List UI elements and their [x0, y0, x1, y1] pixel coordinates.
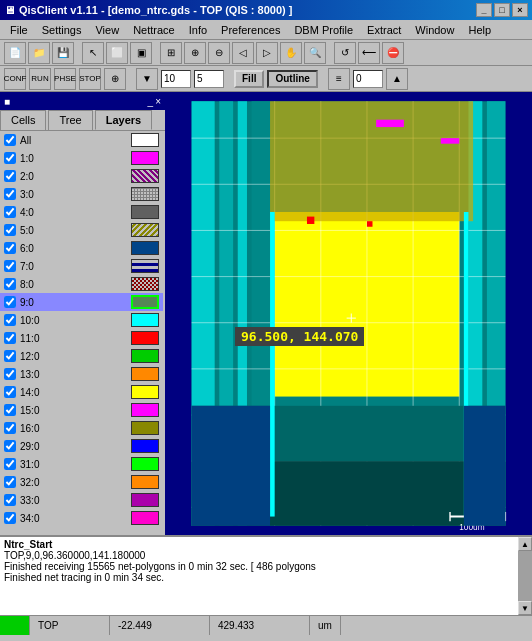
layer-row[interactable]: All [0, 131, 163, 149]
canvas-area[interactable]: 100um 96.500, 144.070 [165, 92, 532, 535]
layer-checkbox[interactable] [4, 296, 16, 308]
layer-checkbox[interactable] [4, 134, 16, 146]
layer-row[interactable]: 29:0 [0, 437, 163, 455]
layer-checkbox[interactable] [4, 350, 16, 362]
tab-cells[interactable]: Cells [0, 110, 46, 130]
layer-row[interactable]: 7:0 [0, 257, 163, 275]
layer-row[interactable]: 14:0 [0, 383, 163, 401]
output-scrollbar[interactable]: ▲ ▼ [518, 537, 532, 615]
layer-color-swatch[interactable] [131, 241, 159, 255]
menu-view[interactable]: View [89, 22, 125, 38]
layer-checkbox[interactable] [4, 422, 16, 434]
layer-checkbox[interactable] [4, 314, 16, 326]
filter-field-1[interactable] [161, 70, 191, 88]
scroll-up-btn[interactable]: ▲ [518, 537, 532, 551]
prev-button[interactable]: ⟵ [358, 42, 380, 64]
layer-row[interactable]: 16:0 [0, 419, 163, 437]
layer-row[interactable]: 12:0 [0, 347, 163, 365]
menu-nettrace[interactable]: Nettrace [127, 22, 181, 38]
open-button[interactable]: 📁 [28, 42, 50, 64]
pan-button[interactable]: ✋ [280, 42, 302, 64]
menu-settings[interactable]: Settings [36, 22, 88, 38]
menu-extract[interactable]: Extract [361, 22, 407, 38]
menu-dbm-profile[interactable]: DBM Profile [288, 22, 359, 38]
layer-color-swatch[interactable] [131, 457, 159, 471]
layer-row[interactable]: 33:0 [0, 491, 163, 509]
zoom-in-button[interactable]: ⊕ [184, 42, 206, 64]
layer-row[interactable]: 6:0 [0, 239, 163, 257]
tab-tree[interactable]: Tree [48, 110, 92, 130]
layer-checkbox[interactable] [4, 170, 16, 182]
save-button[interactable]: 💾 [52, 42, 74, 64]
layer-checkbox[interactable] [4, 440, 16, 452]
menu-preferences[interactable]: Preferences [215, 22, 286, 38]
layer-checkbox[interactable] [4, 278, 16, 290]
run-button[interactable]: RUN [29, 68, 51, 90]
layer-color-swatch[interactable] [131, 367, 159, 381]
layer-checkbox[interactable] [4, 476, 16, 488]
layer-row[interactable]: 11:0 [0, 329, 163, 347]
layer-color-swatch[interactable] [131, 349, 159, 363]
layer-color-swatch[interactable] [131, 151, 159, 165]
zoom-out-button[interactable]: ⊖ [208, 42, 230, 64]
layer-color-swatch[interactable] [131, 277, 159, 291]
phase-button[interactable]: PHSE [54, 68, 76, 90]
layer-checkbox[interactable] [4, 512, 16, 524]
menu-file[interactable]: File [4, 22, 34, 38]
layer-row[interactable]: 8:0 [0, 275, 163, 293]
layer-color-swatch[interactable] [131, 205, 159, 219]
layer-color-swatch[interactable] [131, 313, 159, 327]
layer-checkbox[interactable] [4, 368, 16, 380]
tab-layers[interactable]: Layers [95, 110, 152, 130]
layer-checkbox[interactable] [4, 332, 16, 344]
layer-checkbox[interactable] [4, 206, 16, 218]
zoom-window-button[interactable]: 🔍 [304, 42, 326, 64]
layer-row[interactable]: 1:0 [0, 149, 163, 167]
layer-row[interactable]: 10:0 [0, 311, 163, 329]
field-3[interactable] [353, 70, 383, 88]
layer-checkbox[interactable] [4, 386, 16, 398]
layer-color-swatch[interactable] [131, 475, 159, 489]
filter-field-2[interactable] [194, 70, 224, 88]
increment-button[interactable]: ▲ [386, 68, 408, 90]
menu-window[interactable]: Window [409, 22, 460, 38]
layer-color-swatch[interactable] [131, 187, 159, 201]
layer-checkbox[interactable] [4, 224, 16, 236]
stop2-button[interactable]: STOP [79, 68, 101, 90]
layer-checkbox[interactable] [4, 404, 16, 416]
layer-checkbox[interactable] [4, 242, 16, 254]
new-button[interactable]: 📄 [4, 42, 26, 64]
layer-row[interactable]: 5:0 [0, 221, 163, 239]
layer-color-swatch[interactable] [131, 403, 159, 417]
layer-row[interactable]: 34:0 [0, 509, 163, 527]
layer-color-swatch[interactable] [131, 439, 159, 453]
layer-color-swatch[interactable] [131, 493, 159, 507]
pan-right-button[interactable]: ▷ [256, 42, 278, 64]
layer-color-swatch[interactable] [131, 295, 159, 309]
layer-color-swatch[interactable] [131, 511, 159, 525]
outline-button[interactable]: Outline [267, 70, 317, 88]
layers-toggle[interactable]: CONF [4, 68, 26, 90]
panel-minimize[interactable]: _ [148, 96, 154, 107]
pointer-button[interactable]: ↖ [82, 42, 104, 64]
zoom-fit-button[interactable]: ⊞ [160, 42, 182, 64]
layer-row[interactable]: 3:0 [0, 185, 163, 203]
menu-help[interactable]: Help [462, 22, 497, 38]
select-button[interactable]: ▣ [130, 42, 152, 64]
fill-button[interactable]: Fill [234, 70, 264, 88]
layer-row[interactable]: 9:0 [0, 293, 163, 311]
stop-button[interactable]: ⛔ [382, 42, 404, 64]
move-button[interactable]: ⊕ [104, 68, 126, 90]
close-button[interactable]: × [512, 3, 528, 17]
layer-checkbox[interactable] [4, 152, 16, 164]
layer-checkbox[interactable] [4, 260, 16, 272]
layer-checkbox[interactable] [4, 188, 16, 200]
refresh-button[interactable]: ↺ [334, 42, 356, 64]
layer-row[interactable]: 4:0 [0, 203, 163, 221]
layer-color-swatch[interactable] [131, 133, 159, 147]
menu-info[interactable]: Info [183, 22, 213, 38]
layer-row[interactable]: 2:0 [0, 167, 163, 185]
layer-color-swatch[interactable] [131, 331, 159, 345]
select-rect-button[interactable]: ⬜ [106, 42, 128, 64]
layer-row[interactable]: 15:0 [0, 401, 163, 419]
